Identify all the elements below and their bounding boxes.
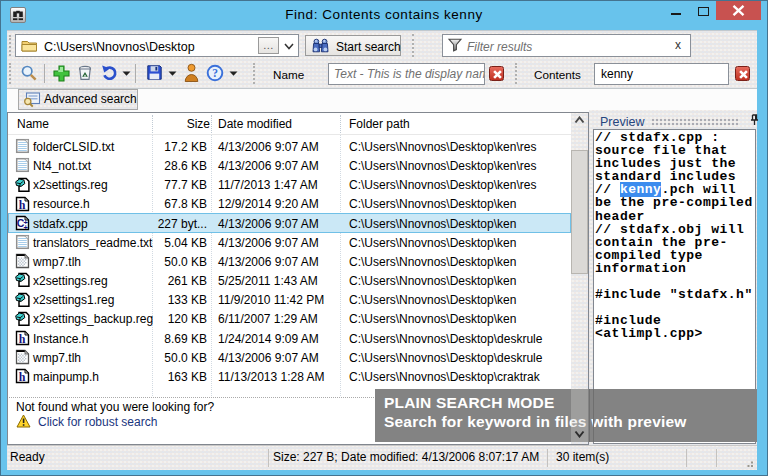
svg-text:?: ? — [212, 67, 218, 79]
svg-text:h: h — [19, 370, 26, 384]
svg-text:h: h — [19, 332, 26, 346]
svg-text:+: + — [23, 222, 28, 231]
svg-text:h: h — [19, 197, 26, 211]
